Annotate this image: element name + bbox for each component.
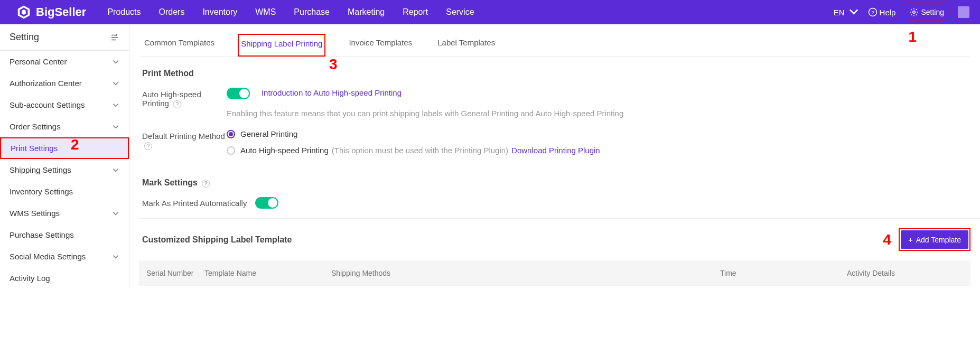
plus-icon: + xyxy=(908,235,913,244)
add-template-label: Add Template xyxy=(916,236,961,244)
chevron-down-icon xyxy=(112,253,119,260)
nav-products[interactable]: Products xyxy=(107,7,141,17)
radio-icon xyxy=(227,146,235,155)
nav-marketing[interactable]: Marketing xyxy=(348,7,385,17)
default-method-label: Default Printing Method xyxy=(142,132,225,141)
nav-purchase[interactable]: Purchase xyxy=(294,7,330,17)
sidebar-item-label: Social Media Settings xyxy=(10,252,86,261)
sidebar-item-purchase-settings[interactable]: Purchase Settings xyxy=(0,224,129,246)
sidebar-item-print-settings[interactable]: Print Settings 2 xyxy=(0,137,129,159)
intro-auto-printing-link[interactable]: Introduction to Auto High-speed Printing xyxy=(262,88,402,97)
tab-invoice-templates[interactable]: Invoice Templates xyxy=(347,34,414,57)
brand-text: BigSeller xyxy=(36,5,86,19)
sidebar-item-label: Sub-account Settings xyxy=(10,100,85,109)
avatar[interactable] xyxy=(958,6,969,18)
tab-common-templates[interactable]: Common Templates xyxy=(142,34,217,57)
nav-orders[interactable]: Orders xyxy=(159,7,185,17)
col-details: Activity Details xyxy=(847,269,963,277)
sidebar-item-wms-settings[interactable]: WMS Settings xyxy=(0,202,129,224)
brand-icon xyxy=(16,4,32,20)
sidebar-item-personal-center[interactable]: Personal Center xyxy=(0,51,129,72)
sidebar-item-label: Inventory Settings xyxy=(10,187,73,196)
sidebar-item-label: Authorization Center xyxy=(10,79,82,88)
auto-printing-label: Auto High-speed Printing xyxy=(142,90,201,108)
annotation-3: 3 xyxy=(329,56,338,73)
chevron-down-icon xyxy=(112,210,119,217)
setting-label: Setting xyxy=(921,8,944,16)
help-link[interactable]: ? Help xyxy=(868,7,896,17)
gear-icon xyxy=(909,7,919,17)
nav-service[interactable]: Service xyxy=(446,7,474,17)
divider xyxy=(139,218,980,219)
main-content: Common Templates Shipping Label Printing… xyxy=(129,24,980,289)
sidebar-item-subaccount-settings[interactable]: Sub-account Settings xyxy=(0,94,129,116)
auto-printing-desc: Enabling this feature means that you can… xyxy=(227,109,980,118)
annotation-2: 2 xyxy=(71,136,79,153)
tab-label-templates[interactable]: Label Templates xyxy=(435,34,497,57)
svg-text:?: ? xyxy=(871,10,874,15)
auto-printing-toggle[interactable] xyxy=(227,88,250,99)
radio-icon xyxy=(227,130,235,138)
lang-selector[interactable]: EN xyxy=(834,7,858,18)
help-icon[interactable]: ? xyxy=(202,180,210,188)
nav-report[interactable]: Report xyxy=(403,7,428,17)
chevron-down-icon xyxy=(112,80,119,87)
sidebar-item-label: Print Settings xyxy=(11,144,58,153)
sidebar-item-social-media-settings[interactable]: Social Media Settings xyxy=(0,246,129,267)
download-plugin-link[interactable]: Download Printing Plugin xyxy=(511,146,600,155)
svg-point-2 xyxy=(913,11,916,14)
custom-template-title: Customized Shipping Label Template xyxy=(142,235,292,245)
topbar-right: EN ? Help Setting xyxy=(834,3,969,22)
chevron-down-icon xyxy=(112,58,119,66)
annotation-4: 4 xyxy=(883,231,891,248)
sidebar-header: Setting xyxy=(0,24,129,51)
collapse-icon[interactable] xyxy=(110,33,119,42)
setting-link[interactable]: Setting xyxy=(905,3,948,22)
help-label: Help xyxy=(880,8,896,17)
auto-printing-hint: (This option must be used with the Print… xyxy=(332,146,508,155)
help-icon[interactable]: ? xyxy=(144,142,152,150)
col-time: Time xyxy=(720,269,847,277)
col-name: Template Name xyxy=(204,269,331,277)
mark-auto-toggle[interactable] xyxy=(255,197,278,209)
sidebar-item-inventory-settings[interactable]: Inventory Settings xyxy=(0,181,129,202)
chevron-down-icon xyxy=(112,166,119,174)
chevron-down-icon xyxy=(112,101,119,109)
mark-auto-label: Mark As Printed Automatically xyxy=(142,199,247,208)
sidebar-item-label: Purchase Settings xyxy=(10,230,74,239)
help-icon: ? xyxy=(868,7,878,17)
print-method-title: Print Method xyxy=(142,69,980,78)
mark-settings-title: Mark Settings xyxy=(142,178,198,187)
add-template-button[interactable]: + Add Template xyxy=(901,230,968,249)
radio-label: General Printing xyxy=(240,129,297,138)
main-nav: Products Orders Inventory WMS Purchase M… xyxy=(107,7,833,17)
sidebar-item-label: WMS Settings xyxy=(10,209,60,218)
template-table-header: Serial Number Template Name Shipping Met… xyxy=(139,260,970,286)
lang-label: EN xyxy=(834,8,845,17)
sidebar-item-order-settings[interactable]: Order Settings xyxy=(0,116,129,137)
radio-general-printing[interactable]: General Printing xyxy=(227,129,980,138)
tab-shipping-label-printing[interactable]: Shipping Label Printing xyxy=(238,34,325,57)
sidebar-item-activity-log[interactable]: Activity Log xyxy=(0,267,129,289)
chevron-down-icon xyxy=(849,7,858,18)
col-serial: Serial Number xyxy=(146,269,204,277)
nav-inventory[interactable]: Inventory xyxy=(202,7,237,17)
help-icon[interactable]: ? xyxy=(173,100,181,108)
sidebar-item-authorization-center[interactable]: Authorization Center xyxy=(0,72,129,94)
col-methods: Shipping Methods xyxy=(331,269,720,277)
sidebar-item-label: Personal Center xyxy=(10,57,67,66)
radio-auto-printing[interactable]: Auto High-speed Printing (This option mu… xyxy=(227,146,980,155)
sidebar-item-label: Shipping Settings xyxy=(10,165,71,174)
topbar: BigSeller Products Orders Inventory WMS … xyxy=(0,0,980,24)
sidebar-title: Setting xyxy=(10,32,39,43)
brand-logo[interactable]: BigSeller xyxy=(16,4,86,20)
nav-wms[interactable]: WMS xyxy=(255,7,276,17)
sidebar-item-label: Activity Log xyxy=(10,274,50,283)
sidebar: Setting Personal Center Authorization Ce… xyxy=(0,24,129,289)
radio-label: Auto High-speed Printing xyxy=(240,146,329,155)
settings-tabs: Common Templates Shipping Label Printing… xyxy=(139,34,970,57)
sidebar-item-label: Order Settings xyxy=(10,122,61,131)
chevron-down-icon xyxy=(112,123,119,130)
sidebar-item-shipping-settings[interactable]: Shipping Settings xyxy=(0,159,129,181)
